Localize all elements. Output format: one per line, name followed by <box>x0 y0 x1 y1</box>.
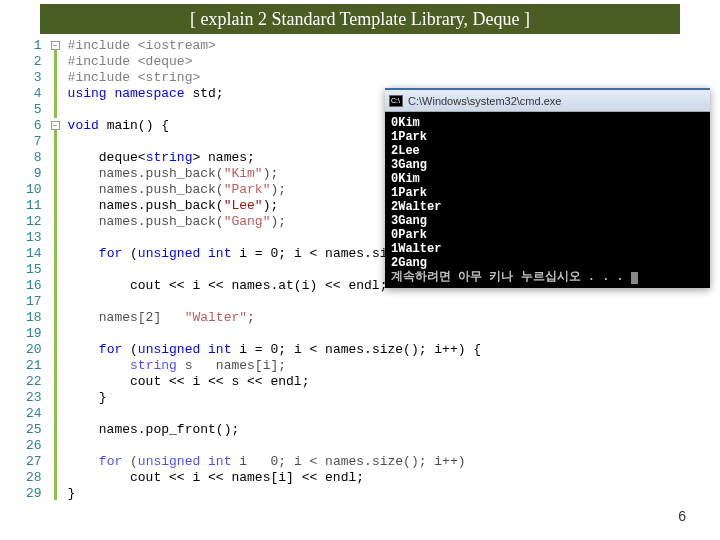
code-text: ( <box>122 246 138 261</box>
code-text <box>68 358 130 373</box>
code-text: cout << i << names.at(i) << endl; <box>68 278 388 293</box>
fold-bar <box>54 130 57 500</box>
line-number: 19 <box>26 326 42 342</box>
line-number: 5 <box>26 102 42 118</box>
code-text: #include <iostream> <box>68 38 216 53</box>
cmd-window[interactable]: C:\ C:\Windows\system32\cmd.exe 0Kim 1Pa… <box>385 88 710 288</box>
cmd-line: 0Kim <box>391 116 704 130</box>
code-text: ); <box>270 214 286 229</box>
code-text: ; <box>247 310 255 325</box>
code-text: > names; <box>192 150 254 165</box>
cmd-output: 0Kim 1Park 2Lee 3Gang 0Kim 1Park 2Walter… <box>385 112 710 288</box>
code-string: "Gang" <box>224 214 271 229</box>
line-number: 3 <box>26 70 42 86</box>
line-number: 11 <box>26 198 42 214</box>
code-string: "Park" <box>224 182 271 197</box>
line-number: 23 <box>26 390 42 406</box>
line-number: 26 <box>26 438 42 454</box>
code-text: s names[i]; <box>177 358 286 373</box>
line-number: 1 <box>26 38 42 54</box>
code-string: "Lee" <box>224 198 263 213</box>
line-number: 16 <box>26 278 42 294</box>
code-text: i = 0; i < names.size(); i++) { <box>231 342 481 357</box>
code-text: names.push_back( <box>68 198 224 213</box>
cmd-line: 2Lee <box>391 144 704 158</box>
code-string: "Kim" <box>224 166 263 181</box>
line-number-gutter: 1 2 3 4 5 6 7 8 9 10 11 12 13 14 15 16 1… <box>20 38 50 502</box>
cmd-titlebar[interactable]: C:\ C:\Windows\system32\cmd.exe <box>385 90 710 112</box>
code-text: ); <box>263 166 279 181</box>
code-text: } <box>68 486 76 501</box>
code-text: names[2] <box>68 310 185 325</box>
cmd-line: 3Gang <box>391 214 704 228</box>
code-text: i 0; i < names.size(); i++) <box>231 454 465 469</box>
line-number: 29 <box>26 486 42 502</box>
cmd-line: 1Park <box>391 130 704 144</box>
code-text: std; <box>185 86 224 101</box>
code-keyword: for <box>99 454 122 469</box>
line-number: 21 <box>26 358 42 374</box>
cursor-icon <box>631 272 638 284</box>
fold-gutter: − − <box>50 38 64 502</box>
line-number: 14 <box>26 246 42 262</box>
line-number: 20 <box>26 342 42 358</box>
code-text: names.push_back( <box>68 214 224 229</box>
code-text: ( <box>122 342 138 357</box>
code-text: #include <deque> <box>68 54 193 69</box>
code-text: names.pop_front(); <box>68 422 240 437</box>
code-text: ); <box>263 198 279 213</box>
line-number: 24 <box>26 406 42 422</box>
line-number: 22 <box>26 374 42 390</box>
cmd-prompt: 계속하려면 아무 키나 누르십시오 . . . <box>391 270 631 284</box>
line-number: 7 <box>26 134 42 150</box>
code-text: ); <box>270 182 286 197</box>
code-text: deque< <box>68 150 146 165</box>
line-number: 15 <box>26 262 42 278</box>
cmd-line: 1Walter <box>391 242 704 256</box>
line-number: 12 <box>26 214 42 230</box>
code-text: } <box>68 390 107 405</box>
fold-bar <box>54 50 57 118</box>
line-number: 28 <box>26 470 42 486</box>
slide-title: [ explain 2 Standard Template Library, D… <box>190 9 530 30</box>
code-text: main() { <box>99 118 169 133</box>
line-number: 10 <box>26 182 42 198</box>
slide-title-bar: [ explain 2 Standard Template Library, D… <box>40 4 680 34</box>
line-number: 18 <box>26 310 42 326</box>
line-number: 9 <box>26 166 42 182</box>
line-number: 2 <box>26 54 42 70</box>
code-text: ( <box>122 454 138 469</box>
page-number: 6 <box>678 508 686 524</box>
code-text: cout << i << s << endl; <box>68 374 310 389</box>
line-number: 17 <box>26 294 42 310</box>
line-number: 8 <box>26 150 42 166</box>
code-keyword: void <box>68 118 99 133</box>
cmd-line: 3Gang <box>391 158 704 172</box>
cmd-line: 2Walter <box>391 200 704 214</box>
code-keyword: using namespace <box>68 86 185 101</box>
code-string: "Walter" <box>185 310 247 325</box>
cmd-icon: C:\ <box>389 95 403 107</box>
fold-box-icon[interactable]: − <box>51 121 60 130</box>
cmd-line: 0Kim <box>391 172 704 186</box>
code-keyword: unsigned int <box>138 454 232 469</box>
line-number: 25 <box>26 422 42 438</box>
code-keyword: for <box>99 342 122 357</box>
cmd-line: 1Park <box>391 186 704 200</box>
code-text: cout << i << names[i] << endl; <box>68 470 364 485</box>
code-text: names.push_back( <box>68 166 224 181</box>
line-number: 4 <box>26 86 42 102</box>
code-keyword: string <box>146 150 193 165</box>
cmd-line: 0Park <box>391 228 704 242</box>
code-keyword: string <box>130 358 177 373</box>
cmd-title: C:\Windows\system32\cmd.exe <box>408 95 561 107</box>
line-number: 6 <box>26 118 42 134</box>
code-keyword: for <box>99 246 122 261</box>
code-text: names.push_back( <box>68 182 224 197</box>
code-text: #include <string> <box>68 70 201 85</box>
cmd-line: 2Gang <box>391 256 704 270</box>
fold-box-icon[interactable]: − <box>51 41 60 50</box>
line-number: 13 <box>26 230 42 246</box>
code-keyword: unsigned int <box>138 342 232 357</box>
line-number: 27 <box>26 454 42 470</box>
